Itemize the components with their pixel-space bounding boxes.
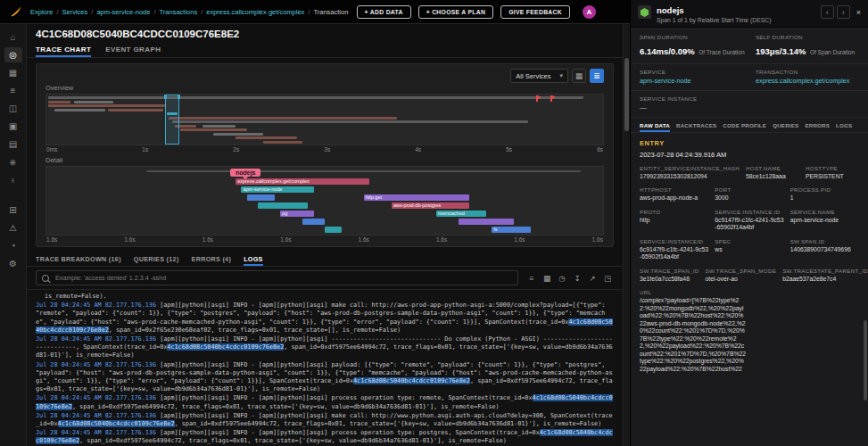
panel-tab-errors[interactable]: ERRORS <box>805 122 830 132</box>
error-marker-icon[interactable] <box>550 95 552 102</box>
detail-span-bar[interactable]: http.get <box>364 194 470 201</box>
chart-view-list-button[interactable]: ≣ <box>590 69 604 83</box>
entry-timestamp: 2023-07-28 04:24:39.916 AM <box>640 151 859 159</box>
log-line[interactable]: Jul 28 04:24:45 AM 82.177.176.136 [apm][… <box>36 301 614 334</box>
kubernetes-icon[interactable]: ⎈ <box>4 154 22 169</box>
field-value: 140638900734749696 <box>790 246 859 253</box>
detail-span-bar[interactable] <box>258 202 308 209</box>
panel-tab-code-profile[interactable]: CODE PROFILE <box>723 122 766 132</box>
panel-tab-queries[interactable]: QUERIES <box>773 122 798 132</box>
overview-span-bar[interactable] <box>48 101 70 103</box>
tab-trace-breakdown-16[interactable]: TRACE BREAKDOWN (16) <box>36 251 121 266</box>
overview-chart[interactable] <box>45 94 604 145</box>
overview-span-bar[interactable] <box>203 125 236 128</box>
network-icon[interactable]: ♁ <box>4 172 22 187</box>
tab-queries-12[interactable]: QUERIES (12) <box>134 251 179 266</box>
choose-plan-button[interactable]: + CHOOSE A PLAN <box>418 5 494 19</box>
overview-span-bar[interactable] <box>172 120 528 123</box>
close-icon[interactable]: × <box>856 8 861 17</box>
tab-errors-4[interactable]: ERRORS (4) <box>192 251 232 266</box>
log-line[interactable]: Jul 28 04:24:45 AM 82.177.176.136 [apm][… <box>36 361 614 394</box>
tab-logs[interactable]: LOGS <box>244 251 263 266</box>
panel-tab-raw-data[interactable]: RAW DATA <box>640 122 670 132</box>
breadcrumb-item-transactions[interactable]: Transactions <box>160 8 198 16</box>
databases-icon[interactable]: ▤ <box>4 136 22 152</box>
breadcrumb-item-transaction-traces[interactable]: Transaction Traces <box>313 8 349 16</box>
view-columns-icon[interactable]: ▦ <box>541 272 553 285</box>
transaction-link[interactable]: express.callcomplex.get/complex <box>756 77 859 85</box>
settings-icon[interactable]: ⚙ <box>4 256 22 271</box>
time-range-icon[interactable]: ◷ <box>556 272 568 285</box>
detail-span-bar[interactable]: fs <box>492 227 531 233</box>
alerts-icon[interactable]: ⚠ <box>4 220 22 235</box>
breadcrumb-item-services[interactable]: Services <box>62 8 88 16</box>
detail-span-bar[interactable]: aws-prod-db-postgres <box>392 202 469 209</box>
axis-tick-label: 1.6s <box>592 236 603 244</box>
apps-icon[interactable]: ⊞ <box>4 202 22 218</box>
services-filter-select[interactable]: All Services ▾ <box>510 69 568 83</box>
overview-span-bar[interactable] <box>54 109 104 112</box>
log-line[interactable]: Jul 28 04:24:45 AM 82.177.176.136 [apm][… <box>36 412 614 428</box>
span-navigation: ‹ › × <box>821 5 861 19</box>
solarwinds-logo-icon[interactable] <box>9 4 23 19</box>
panel-tab-backtraces[interactable]: BACKTRACES <box>676 122 716 132</box>
tab-event-graph[interactable]: EVENT GRAPH <box>105 41 161 57</box>
overview-span-bar[interactable] <box>108 109 163 112</box>
detail-chart[interactable]: nodejs express.callcomplex.get/complexap… <box>45 166 604 235</box>
detail-span-bar[interactable] <box>302 219 325 225</box>
overview-span-bar[interactable] <box>169 117 397 120</box>
detail-span-bar[interactable] <box>325 227 342 233</box>
log-timestamp: Jul 28 04:24:45 AM <box>36 301 102 309</box>
chart-view-grid-button[interactable]: ▦ <box>572 69 586 83</box>
log-lines[interactable]: is_remote=False).Jul 28 04:24:45 AM 82.1… <box>27 289 623 446</box>
breadcrumb-item-express-callcomplex-get-complex[interactable]: express.callcomplex.get/complex <box>206 8 304 16</box>
view-list-icon[interactable]: ≡ <box>525 272 538 285</box>
breadcrumb-item-apm-service-node[interactable]: apm-service-node <box>96 8 150 16</box>
experiments-icon[interactable]: ◔ <box>4 238 22 253</box>
fullscreen-icon[interactable]: ◳ <box>601 272 614 285</box>
explore-icon[interactable]: ◎ <box>4 47 22 62</box>
overview-span-bar[interactable] <box>236 136 297 139</box>
download-icon[interactable]: ↧ <box>571 272 583 285</box>
open-in-new-icon[interactable]: ↗ <box>586 272 599 285</box>
span-subtitle: Span 1 of 1 by Relative Start Time (DESC… <box>657 17 771 23</box>
panel-tab-logs[interactable]: LOGS <box>836 122 852 132</box>
overview-span-bar[interactable] <box>263 141 302 144</box>
overview-span-bar[interactable] <box>48 104 165 107</box>
log-line[interactable]: is_remote=False). <box>36 293 614 301</box>
service-link[interactable]: apm-service-node <box>640 77 748 85</box>
log-line[interactable]: Jul 28 04:24:45 AM 82.177.176.136 [apm][… <box>36 429 614 445</box>
give-feedback-button[interactable]: GIVE FEEDBACK <box>500 5 570 19</box>
log-ip: 82.177.176.136 <box>102 412 156 419</box>
detail-span-bar[interactable]: apm-service-node <box>241 186 313 193</box>
services-icon[interactable]: ◫ <box>4 101 22 116</box>
error-marker-icon[interactable] <box>536 95 538 102</box>
log-line[interactable]: Jul 28 04:24:45 AM 82.177.176.136 [apm][… <box>36 335 614 360</box>
detail-span-bar[interactable] <box>247 194 275 201</box>
detail-span-bar[interactable] <box>459 219 514 225</box>
detail-span-bar[interactable]: pg <box>280 211 313 217</box>
log-line[interactable]: Jul 28 04:24:45 AM 82.177.176.136 [apm][… <box>36 394 614 410</box>
overview-span-bar[interactable] <box>180 128 247 131</box>
home-icon[interactable]: ⌂ <box>4 29 22 45</box>
breadcrumb-item-explore[interactable]: Explore <box>30 8 53 16</box>
overview-span-bar[interactable] <box>48 96 583 99</box>
detail-span-bar[interactable] <box>146 170 581 172</box>
main-scrollbar-thumb[interactable] <box>624 58 629 131</box>
field-value: 3000 <box>715 194 783 202</box>
add-data-button[interactable]: + ADD DATA <box>357 5 411 19</box>
detail-span-bar[interactable]: express.callcomplex.get/complex <box>236 178 369 185</box>
dashboards-icon[interactable]: ▦ <box>4 65 22 80</box>
next-span-button[interactable]: › <box>837 5 850 19</box>
panel-scrollbar-thumb[interactable] <box>864 320 867 401</box>
hosts-icon[interactable]: ▣ <box>4 119 22 134</box>
avatar[interactable]: A <box>583 5 596 19</box>
prev-span-button[interactable]: ‹ <box>821 5 834 19</box>
logs-icon[interactable]: ≡ <box>4 83 22 98</box>
time-selection-band[interactable] <box>165 95 179 145</box>
overview-span-bar[interactable] <box>213 133 263 136</box>
tab-trace-chart[interactable]: TRACE CHART <box>36 41 91 57</box>
log-search-input[interactable] <box>54 273 512 283</box>
overview-span-bar[interactable] <box>74 101 113 103</box>
detail-span-bar[interactable]: memcached <box>436 211 486 217</box>
